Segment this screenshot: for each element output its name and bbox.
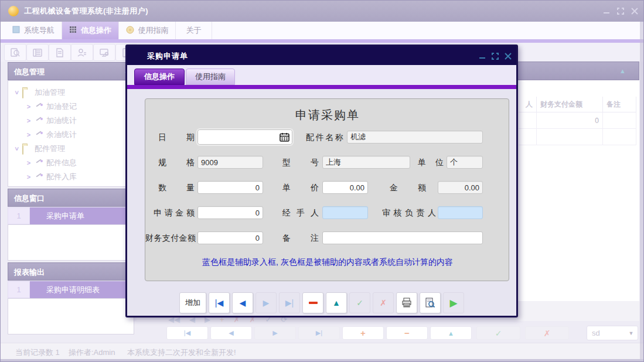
unit-price-input[interactable]	[322, 181, 368, 194]
dialog-accent-bar	[127, 85, 516, 89]
tree-item-parts-info[interactable]: > 配件信息	[8, 156, 134, 170]
dialog-titlebar: 采购申请单	[127, 46, 516, 65]
spec-input[interactable]	[197, 156, 263, 169]
dialog-minimize-icon[interactable]	[478, 52, 486, 60]
add-button[interactable]: 增加	[179, 292, 206, 313]
remark-label: 备注	[282, 231, 319, 244]
col-header-remark[interactable]: 备注	[603, 97, 636, 112]
document-icon[interactable]	[49, 44, 71, 61]
window-bottom-edge	[1, 359, 644, 362]
bottom-cancel-button[interactable]: ✗	[525, 326, 569, 340]
print-button[interactable]	[396, 292, 417, 313]
dialog-maximize-icon[interactable]	[490, 52, 499, 60]
dialog-toolbar: 增加 |◀ ◀ ▶ ▶| ▲ ✓ ✗ ▶	[127, 292, 516, 313]
tree-item-fuel-mgmt[interactable]: > 加油管理	[8, 86, 134, 100]
close-icon[interactable]	[630, 7, 639, 15]
model-input[interactable]	[322, 156, 410, 169]
grid-icon	[69, 26, 77, 35]
bottom-last-button[interactable]: ▶|	[298, 326, 340, 340]
unit-input[interactable]	[447, 156, 483, 169]
amount-label: 金额	[390, 181, 426, 194]
printer-icon	[401, 298, 412, 308]
first-record-button[interactable]: |◀	[209, 292, 230, 313]
run-button[interactable]: ▶	[443, 292, 464, 313]
user-icon[interactable]	[71, 44, 93, 61]
quantity-input[interactable]	[197, 181, 263, 194]
sidebar-header-reports[interactable]: 报表输出	[8, 262, 134, 281]
model-label: 型号	[282, 156, 319, 169]
bottom-next-button[interactable]: ▶	[254, 326, 296, 340]
tool-icon	[34, 103, 43, 111]
chevron-right-icon[interactable]: >	[26, 103, 32, 110]
form-hint-text: 蓝色框是辅助录入框, 灰色框是被辅助的内容或者系统自动计算的内容	[145, 257, 510, 268]
tab-user-guide[interactable]: 使用指南	[119, 22, 176, 39]
sidebar-item-purchase-detail-report[interactable]: 1 采购申请明细表	[8, 281, 134, 298]
tree-item-parts-inbound[interactable]: > 配件入库	[8, 170, 134, 184]
print-preview-button[interactable]	[420, 292, 441, 313]
amount-input[interactable]	[438, 181, 483, 194]
help-icon	[126, 26, 134, 36]
date-input[interactable]	[198, 130, 292, 144]
purchase-request-dialog: 采购申请单 信息操作 使用指南 申请采购单 日期	[125, 45, 518, 317]
bottom-up-button[interactable]: ▲	[430, 326, 472, 340]
minimize-icon[interactable]	[602, 7, 611, 15]
edit-record-button[interactable]: ▲	[326, 292, 347, 313]
part-name-input[interactable]	[347, 131, 483, 144]
collapse-up-icon[interactable]: ▲	[619, 67, 626, 74]
tree-item-fuel-stats[interactable]: > 加油统计	[8, 114, 134, 128]
tab-about[interactable]: 关于	[176, 22, 212, 39]
auditor-input[interactable]	[438, 206, 483, 219]
next-record-button[interactable]: ▶	[255, 292, 277, 313]
last-record-button[interactable]: ▶|	[279, 292, 300, 313]
chevron-down-icon: ▼	[625, 330, 638, 336]
search-icon[interactable]	[4, 44, 26, 61]
bottom-confirm-button[interactable]: ✓	[476, 326, 520, 340]
calendar-icon[interactable]	[280, 132, 289, 144]
folder-icon	[22, 145, 23, 155]
col-header-person[interactable]: 人	[519, 97, 537, 112]
delete-record-button[interactable]	[302, 292, 323, 313]
bottom-dropdown[interactable]: sd ▼	[587, 326, 638, 340]
tree-item-oil-remain-stats[interactable]: > 余油统计	[8, 128, 134, 142]
tab-info-operation[interactable]: 信息操作	[62, 22, 119, 39]
dialog-tab-info-operation[interactable]: 信息操作	[134, 69, 185, 85]
confirm-button[interactable]: ✓	[349, 292, 370, 313]
col-header-finance-amount[interactable]: 财务支付金额	[537, 97, 603, 112]
main-tabbar: 系统导航 信息操作 使用指南 关于	[1, 22, 644, 40]
cancel-button[interactable]: ✗	[373, 292, 394, 313]
bottom-remove-button[interactable]: −	[386, 326, 428, 340]
restore-icon[interactable]	[616, 7, 625, 15]
folder-icon	[22, 88, 23, 98]
prev-record-button[interactable]: ◀	[232, 292, 253, 313]
tab-system-nav[interactable]: 系统导航	[5, 22, 62, 39]
sidebar-header-windows[interactable]: 信息窗口	[8, 189, 134, 207]
chevron-right-icon[interactable]: >	[26, 117, 32, 124]
tool-icon	[34, 159, 43, 167]
app-window: 工程机械设备管理系统(非注册用户) 系统导航 信息操作 使用指南 关于	[0, 0, 644, 362]
finance-amount-input[interactable]	[197, 231, 263, 244]
table-row[interactable]	[519, 129, 636, 145]
windows-list-empty	[8, 224, 134, 261]
bottom-prev-button[interactable]: ◀	[210, 326, 252, 340]
chevron-down-icon[interactable]: >	[13, 90, 21, 95]
list-icon[interactable]	[26, 44, 49, 61]
bottom-add-button[interactable]: +	[342, 326, 384, 340]
remark-input[interactable]	[322, 231, 483, 244]
sidebar-header-info[interactable]: 信息管理 ◂	[8, 62, 134, 80]
tree-item-fuel-register[interactable]: > 加油登记	[8, 100, 134, 114]
dialog-close-icon[interactable]	[503, 52, 512, 60]
handler-input[interactable]	[322, 206, 368, 219]
tree-item-parts-mgmt[interactable]: > 配件管理	[8, 142, 134, 156]
chevron-right-icon[interactable]: >	[26, 159, 32, 166]
bottom-first-button[interactable]: |◀	[166, 326, 208, 340]
dialog-tab-user-guide[interactable]: 使用指南	[186, 69, 235, 85]
chevron-right-icon[interactable]: >	[26, 173, 32, 180]
chevron-down-icon[interactable]: >	[13, 146, 21, 152]
request-amount-input[interactable]	[197, 206, 263, 219]
sidebar-item-purchase-request[interactable]: 1 采购申请单	[8, 207, 134, 224]
chevron-right-icon[interactable]: >	[26, 131, 32, 138]
date-field[interactable]	[197, 129, 292, 145]
table-row[interactable]: 0	[519, 112, 636, 129]
tool-icon	[34, 131, 43, 139]
monitor-icon[interactable]	[93, 44, 115, 61]
